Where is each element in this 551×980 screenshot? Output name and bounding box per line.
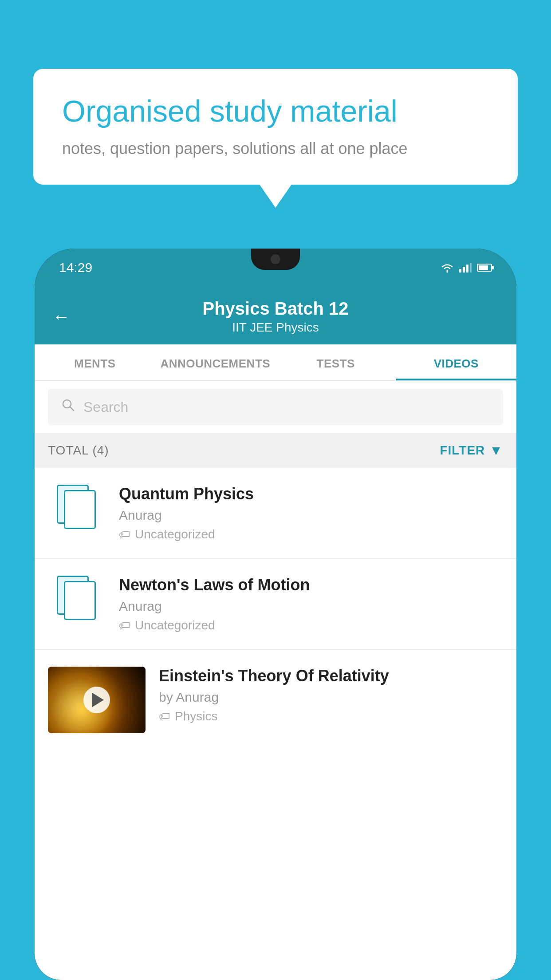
- total-label: TOTAL (4): [48, 443, 109, 458]
- tab-videos[interactable]: VIDEOS: [396, 344, 517, 380]
- bubble-title: Organised study material: [62, 93, 489, 130]
- header-center: Physics Batch 12 IIT JEE Physics: [202, 299, 348, 335]
- wifi-icon: [441, 262, 454, 273]
- video-title: Quantum Physics: [119, 485, 503, 503]
- video-tag: 🏷 Uncategorized: [119, 527, 503, 541]
- filter-row: TOTAL (4) FILTER ▼: [35, 433, 516, 468]
- notch: [251, 249, 300, 270]
- list-item[interactable]: Einstein's Theory Of Relativity by Anura…: [35, 650, 516, 750]
- tag-icon: 🏷: [119, 619, 130, 632]
- video-author: Anurag: [119, 508, 503, 523]
- list-item[interactable]: Newton's Laws of Motion Anurag 🏷 Uncateg…: [35, 559, 516, 650]
- signal-icon: [459, 263, 472, 273]
- tabs-bar: MENTS ANNOUNCEMENTS TESTS VIDEOS: [35, 344, 516, 381]
- bubble-subtitle: notes, question papers, solutions all at…: [62, 139, 489, 158]
- status-bar: 14:29: [35, 249, 516, 286]
- svg-rect-1: [463, 267, 465, 273]
- status-icons: [441, 262, 492, 273]
- svg-rect-0: [459, 269, 461, 273]
- tab-ments[interactable]: MENTS: [35, 344, 155, 380]
- video-info: Newton's Laws of Motion Anurag 🏷 Uncateg…: [119, 576, 503, 632]
- list-item[interactable]: Quantum Physics Anurag 🏷 Uncategorized: [35, 468, 516, 559]
- speech-bubble: Organised study material notes, question…: [33, 69, 518, 185]
- video-thumbnail: [48, 667, 146, 733]
- search-placeholder: Search: [83, 399, 128, 415]
- play-button[interactable]: [83, 687, 110, 713]
- svg-line-5: [70, 407, 74, 411]
- play-icon: [92, 693, 104, 707]
- video-title: Einstein's Theory Of Relativity: [159, 667, 503, 685]
- file-thumbnail: [48, 485, 106, 529]
- app-header: ← Physics Batch 12 IIT JEE Physics: [35, 286, 516, 344]
- search-icon: [61, 398, 75, 416]
- back-button[interactable]: ←: [52, 307, 70, 327]
- filter-button[interactable]: FILTER ▼: [440, 443, 503, 458]
- phone-content: ← Physics Batch 12 IIT JEE Physics MENTS…: [35, 286, 516, 980]
- status-time: 14:29: [59, 260, 92, 275]
- phone-frame: 14:29 ←: [35, 249, 516, 980]
- search-bar[interactable]: Search: [48, 389, 503, 425]
- camera: [271, 254, 280, 264]
- header-title: Physics Batch 12: [202, 299, 348, 319]
- search-bar-container: Search: [35, 381, 516, 433]
- tag-icon: 🏷: [119, 528, 130, 541]
- video-list: Quantum Physics Anurag 🏷 Uncategorized: [35, 468, 516, 750]
- video-tag: 🏷 Physics: [159, 709, 503, 723]
- svg-rect-2: [466, 265, 468, 273]
- video-title: Newton's Laws of Motion: [119, 576, 503, 594]
- battery-icon: [477, 264, 492, 272]
- svg-rect-3: [470, 263, 472, 273]
- header-subtitle: IIT JEE Physics: [202, 320, 348, 335]
- video-info: Einstein's Theory Of Relativity by Anura…: [159, 667, 503, 723]
- file-thumbnail: [48, 576, 106, 620]
- video-tag: 🏷 Uncategorized: [119, 618, 503, 632]
- tab-announcements[interactable]: ANNOUNCEMENTS: [155, 344, 276, 380]
- video-author: Anurag: [119, 599, 503, 614]
- video-author: by Anurag: [159, 690, 503, 705]
- filter-icon: ▼: [489, 443, 503, 458]
- tab-tests[interactable]: TESTS: [276, 344, 396, 380]
- tag-icon: 🏷: [159, 710, 170, 723]
- video-info: Quantum Physics Anurag 🏷 Uncategorized: [119, 485, 503, 541]
